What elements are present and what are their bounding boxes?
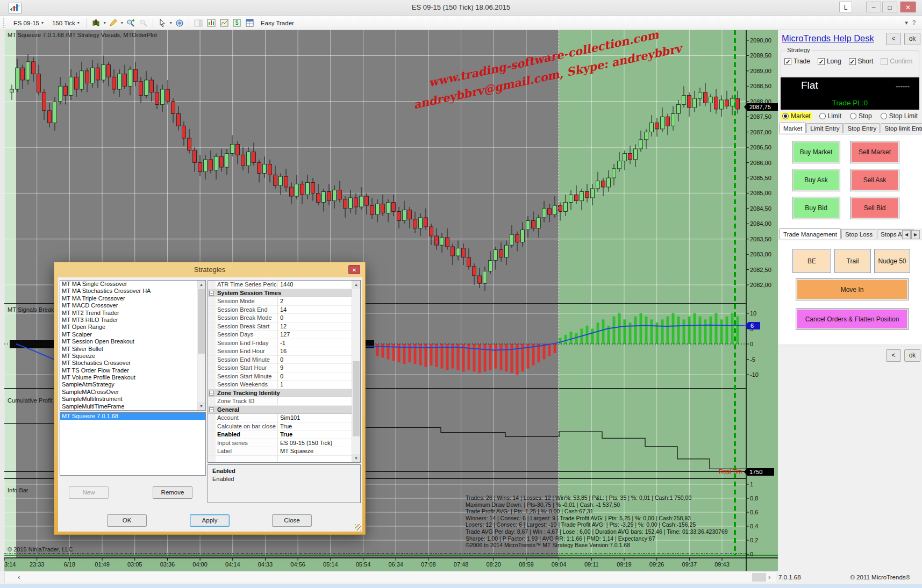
property-row[interactable]: Session Start Hour9 xyxy=(208,364,352,372)
dialog-close-button[interactable]: ✕ xyxy=(348,265,360,274)
long-checkbox[interactable]: ✓Long xyxy=(818,58,841,65)
tab-market[interactable]: Market xyxy=(780,123,806,133)
scrollbar-thumb[interactable] xyxy=(752,573,766,582)
strategy-list[interactable]: ▲ ▼ MT MA Single CrossoverMT MA Stochast… xyxy=(60,280,206,411)
scroll-up-icon[interactable]: ▲ xyxy=(352,281,360,289)
market-radio[interactable]: Market xyxy=(781,112,812,120)
strategy-list-item[interactable]: MT MT3 HILO Trader xyxy=(60,317,205,324)
property-row[interactable]: Session Weekends1 xyxy=(208,381,352,389)
property-category[interactable]: −Zone Tracking Identity xyxy=(208,389,352,398)
tab-stop-loss[interactable]: Stop Loss xyxy=(841,229,876,239)
strategy-list-item[interactable]: MT Session Open Breakout xyxy=(60,338,205,345)
property-row[interactable] xyxy=(208,456,352,463)
strategy-list-item[interactable]: MT MT2 Trend Trader xyxy=(60,310,205,317)
property-row[interactable]: Session Break Start12 xyxy=(208,322,352,331)
property-row[interactable]: Session Start Minute0 xyxy=(208,372,352,381)
property-row[interactable]: Zone Track ID xyxy=(208,397,352,406)
cancel-flatten-button[interactable]: Cancel Orders & Flatten Position xyxy=(796,308,909,330)
svg-text:2084,50: 2084,50 xyxy=(750,205,771,212)
strategy-list-item[interactable]: SampleMultiInstrument xyxy=(60,396,205,403)
dialog-ok-button[interactable]: OK xyxy=(107,514,147,527)
stop-limit-radio[interactable]: Stop Limit xyxy=(879,112,919,120)
strategies-dialog[interactable]: Strategies ✕ ▲ ▼ MT MA Single CrossoverM… xyxy=(54,262,366,535)
property-row[interactable]: Session End Friday-1 xyxy=(208,339,352,348)
scroll-left-icon[interactable]: ‹ xyxy=(18,573,20,581)
property-grid[interactable]: ATR Time Series Peric1440−System Session… xyxy=(208,280,361,463)
helpdesk-link[interactable]: MicroTrends Help Desk xyxy=(782,33,874,44)
buy-ask-button[interactable]: Buy Ask xyxy=(792,169,840,191)
property-category[interactable]: −System Session Times xyxy=(208,289,352,298)
stats-line: Losers: 12 | Consec: 6 | Largest: -10 | … xyxy=(466,521,713,528)
ok-button[interactable]: ok xyxy=(904,33,920,45)
new-button[interactable]: New xyxy=(69,486,109,499)
strategy-list-item[interactable]: SampleMultiTimeFrame xyxy=(60,403,205,410)
strategy-list-item[interactable]: MT Silver Bullet xyxy=(60,346,205,353)
property-row[interactable]: Session Mode2 xyxy=(208,297,352,306)
tab-trade-management[interactable]: Trade Management xyxy=(780,228,841,239)
ok-button-bottom[interactable]: ok xyxy=(904,349,920,362)
strategy-list-item[interactable]: MT Scalper xyxy=(60,331,205,338)
configured-strategy-item[interactable]: MT Squeeze 7.0.1.68 xyxy=(60,413,205,420)
limit-radio[interactable]: Limit xyxy=(818,112,843,120)
tab-stop-limit-entry[interactable]: Stop limit Entry xyxy=(881,123,922,133)
tab-scroll-right-icon[interactable]: ▶ xyxy=(911,230,920,239)
move-in-button[interactable]: Move In xyxy=(796,278,909,300)
property-row[interactable]: AccountSim101 xyxy=(208,414,352,422)
svg-text:0,6: 0,6 xyxy=(750,509,758,515)
tab-scroll-left-icon[interactable]: ◀ xyxy=(902,230,911,239)
strategy-list-item[interactable]: MT Stochastics Crossover xyxy=(60,360,205,367)
tab-limit-entry[interactable]: Limit Entry xyxy=(806,123,843,133)
scroll-down-icon[interactable]: ▼ xyxy=(352,454,360,462)
dialog-apply-button[interactable]: Apply xyxy=(190,514,230,527)
strategy-list-item[interactable]: MT Volume Profile Breakout xyxy=(60,374,205,381)
property-row[interactable]: Session End Minute0 xyxy=(208,356,352,364)
dialog-resize-grip[interactable] xyxy=(355,524,361,530)
chart-horizontal-scrollbar[interactable]: ‹ › xyxy=(4,571,776,583)
property-grid-scrollbar[interactable]: ▲ ▼ xyxy=(352,281,360,462)
back-button[interactable]: < xyxy=(886,33,901,45)
back-button-bottom[interactable]: < xyxy=(886,349,901,362)
dialog-close-button2[interactable]: Close xyxy=(272,514,312,527)
property-row[interactable]: Input seriesES 09-15 (150 Tick) xyxy=(208,439,352,448)
strategy-list-item[interactable]: SampleAtmStrategy xyxy=(60,381,205,388)
svg-text:04:14: 04:14 xyxy=(225,561,240,568)
trade-checkbox[interactable]: ✓Trade xyxy=(784,58,810,65)
short-checkbox[interactable]: ✓Short xyxy=(849,58,874,65)
scroll-down-icon[interactable]: ▼ xyxy=(197,402,205,410)
scroll-right-icon[interactable]: › xyxy=(768,573,770,581)
confirm-checkbox[interactable]: Confirm xyxy=(881,58,912,65)
property-row[interactable]: ATR Time Series Peric1440 xyxy=(208,281,352,289)
tab-stop-entry[interactable]: Stop Entry xyxy=(844,123,880,133)
strategy-list-item[interactable]: MT MACD Crossover xyxy=(60,302,205,309)
remove-button[interactable]: Remove xyxy=(153,486,192,499)
strategy-list-item[interactable]: MT MA Stochastics Crossover HA xyxy=(60,288,205,295)
strategy-list-item[interactable]: MT Open Range xyxy=(60,324,205,331)
buy-market-button[interactable]: Buy Market xyxy=(792,141,840,163)
be-button[interactable]: BE xyxy=(792,249,831,273)
property-row[interactable]: Session Break Mode0 xyxy=(208,314,352,322)
buy-bid-button[interactable]: Buy Bid xyxy=(792,197,840,219)
nudge-button[interactable]: Nudge 50 xyxy=(874,249,910,273)
property-row[interactable]: EnabledTrue xyxy=(208,431,352,439)
trail-button[interactable]: Trail xyxy=(834,249,871,273)
strategy-list-item[interactable]: SampleMACrossOver xyxy=(60,389,205,396)
property-row[interactable]: Session End Hour16 xyxy=(208,347,352,356)
scroll-up-icon[interactable]: ▲ xyxy=(197,281,205,289)
svg-text:2087,75: 2087,75 xyxy=(749,104,771,110)
property-row[interactable]: LabelMT Squeeze xyxy=(208,447,352,456)
property-row[interactable]: Session Break End14 xyxy=(208,306,352,314)
strategy-list-scrollbar[interactable]: ▲ ▼ xyxy=(197,281,205,410)
strategy-list-item[interactable]: MT MA Single Crossover xyxy=(60,281,205,288)
property-row[interactable]: Calculate on bar closeTrue xyxy=(208,422,352,431)
sell-bid-button[interactable]: Sell Bid xyxy=(850,197,899,219)
sell-market-button[interactable]: Sell Market xyxy=(850,141,899,163)
strategy-list-item[interactable]: MT MA Triple Crossover xyxy=(60,295,205,302)
strategy-list-item[interactable]: MT TS Order Flow Trader xyxy=(60,367,205,374)
strategy-list-item[interactable]: MT Squeeze xyxy=(60,353,205,360)
configured-strategy-list[interactable]: MT Squeeze 7.0.1.68 xyxy=(60,412,206,476)
property-category[interactable]: −General xyxy=(208,406,352,414)
property-row[interactable]: Session Days127 xyxy=(208,331,352,339)
stop-radio[interactable]: Stop xyxy=(848,112,874,120)
tab-scroll-arrows: ◀ ▶ xyxy=(902,230,920,239)
sell-ask-button[interactable]: Sell Ask xyxy=(850,169,899,191)
